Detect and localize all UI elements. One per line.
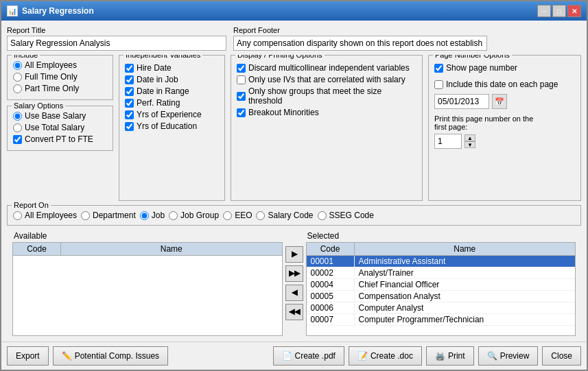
convert-pt-fte[interactable]: Convert PT to FTE xyxy=(13,134,107,144)
hire-date-check[interactable]: Hire Date xyxy=(125,63,219,73)
export-label: Export xyxy=(16,351,40,361)
selected-row[interactable]: 00001 Administrative Assistant xyxy=(307,256,576,267)
use-total-salary[interactable]: Use Total Salary xyxy=(13,123,107,132)
move-right-all-button[interactable]: ▶▶ xyxy=(285,265,303,282)
close-button[interactable]: Close xyxy=(542,346,581,366)
print-label: Print xyxy=(448,351,465,361)
include-full-time[interactable]: Full Time Only xyxy=(13,72,107,82)
date-in-job-check[interactable]: Date in Job xyxy=(125,75,219,84)
print-page-label: Print this page number on the first page… xyxy=(434,115,575,131)
page-number-spin: ▲ ▼ xyxy=(434,134,575,149)
potential-comp-button[interactable]: ✏️ Potential Comp. Issues xyxy=(53,346,168,366)
perf-rating-check[interactable]: Perf. Rating xyxy=(125,98,219,108)
window-controls: ─ □ ✕ xyxy=(537,5,581,17)
report-on-salary-code[interactable]: Salary Code xyxy=(256,211,313,220)
date-input[interactable] xyxy=(434,94,489,109)
spin-up-button[interactable]: ▲ xyxy=(464,134,475,141)
indep-vars-box: Independent Variables Hire Date Date in … xyxy=(119,55,225,201)
report-on-job-group[interactable]: Job Group xyxy=(169,211,219,220)
page-number-box: Page Number Options Show page number Inc… xyxy=(428,55,581,201)
indep-vars-label: Independent Variables xyxy=(124,55,202,59)
app-icon: 📊 xyxy=(7,5,18,16)
salary-options-group: Salary Options Use Base Salary Use Total… xyxy=(7,106,113,151)
page-number-input[interactable] xyxy=(434,134,462,149)
selected-row[interactable]: 00004 Chief Financial Officer xyxy=(307,279,576,291)
pencil-icon: ✏️ xyxy=(62,351,72,361)
selected-row[interactable]: 00007 Computer Programmer/Technician xyxy=(307,314,576,326)
available-code-header: Code xyxy=(13,243,61,255)
page-number-label: Page Number Options xyxy=(433,55,512,59)
create-pdf-button[interactable]: 📄 Create .pdf xyxy=(273,346,344,366)
only-size-threshold-check[interactable]: Only show groups that meet the size thre… xyxy=(237,86,416,106)
selected-label: Selected xyxy=(306,230,576,242)
left-column: Include All Employees Full Time Only Par… xyxy=(7,55,113,201)
include-date-check[interactable]: Include this date on each page xyxy=(434,80,575,89)
breakout-minorities-check[interactable]: Breakout Minorities xyxy=(237,108,416,117)
display-options-box: Display / Printing Options Discard multi… xyxy=(231,55,423,201)
only-correlated-check[interactable]: Only use IVs that are correlated with sa… xyxy=(237,75,416,84)
date-row: 📅 xyxy=(434,94,575,109)
report-title-group: Report Title xyxy=(7,26,226,51)
selected-section: Selected Code Name 00001 Administrative … xyxy=(306,230,576,336)
report-title-input[interactable] xyxy=(7,36,226,51)
potential-comp-label: Potential Comp. Issues xyxy=(75,351,159,361)
available-label: Available xyxy=(12,230,283,242)
available-header: Code Name xyxy=(13,243,282,256)
export-button[interactable]: Export xyxy=(7,346,49,366)
report-on-eeo[interactable]: EEO xyxy=(223,211,252,220)
create-doc-label: Create .doc xyxy=(371,351,413,361)
print-icon: 🖨️ xyxy=(435,351,445,361)
selected-table: Code Name 00001 Administrative Assistant… xyxy=(306,242,576,336)
pdf-icon: 📄 xyxy=(282,351,292,361)
report-footer-group: Report Footer xyxy=(233,26,487,51)
available-name-header: Name xyxy=(61,243,282,255)
yrs-experience-check[interactable]: Yrs of Experience xyxy=(125,110,219,119)
minimize-button[interactable]: ─ xyxy=(537,5,551,17)
display-options-group: Display / Printing Options Discard multi… xyxy=(231,55,423,201)
create-doc-button[interactable]: 📝 Create .doc xyxy=(349,346,422,366)
selected-body[interactable]: 00001 Administrative Assistant 00002 Ana… xyxy=(307,256,576,335)
include-all-employees[interactable]: All Employees xyxy=(13,60,107,70)
main-section: Include All Employees Full Time Only Par… xyxy=(7,55,581,201)
selected-row[interactable]: 00002 Analyst/Trainer xyxy=(307,267,576,279)
independent-variables-group: Independent Variables Hire Date Date in … xyxy=(119,55,225,201)
available-body[interactable] xyxy=(13,256,282,335)
selected-name-header: Name xyxy=(355,243,576,255)
discard-multicollinear-check[interactable]: Discard multicollinear independent varia… xyxy=(237,63,416,73)
selected-row[interactable]: 00005 Compensation Analyst xyxy=(307,291,576,302)
maximize-button[interactable]: □ xyxy=(552,5,566,17)
content-area: Report Title Report Footer Include All E… xyxy=(1,21,587,342)
date-in-range-check[interactable]: Date in Range xyxy=(125,86,219,96)
report-footer-input[interactable] xyxy=(233,36,487,51)
yrs-education-check[interactable]: Yrs of Education xyxy=(125,121,219,131)
page-number-options-group: Page Number Options Show page number Inc… xyxy=(428,55,581,201)
include-part-time[interactable]: Part Time Only xyxy=(13,84,107,93)
spin-down-button[interactable]: ▼ xyxy=(464,141,475,148)
show-page-number-check[interactable]: Show page number xyxy=(434,63,575,73)
include-label: Include xyxy=(12,55,40,59)
move-left-all-button[interactable]: ◀◀ xyxy=(285,304,303,320)
include-group: Include All Employees Full Time Only Par… xyxy=(7,55,113,100)
close-window-button[interactable]: ✕ xyxy=(567,5,581,17)
bottom-lists: Available Code Name ▶ ▶▶ ◀ ◀◀ xyxy=(7,230,581,336)
report-on-group: Report On All Employees Department Job J… xyxy=(7,205,581,226)
report-on-sseg-code[interactable]: SSEG Code xyxy=(318,211,374,220)
create-pdf-label: Create .pdf xyxy=(295,351,336,361)
move-right-button[interactable]: ▶ xyxy=(285,246,303,263)
preview-icon: 🔍 xyxy=(487,351,497,361)
print-button[interactable]: 🖨️ Print xyxy=(426,346,474,366)
main-window: 📊 Salary Regression ─ □ ✕ Report Title R… xyxy=(0,0,588,371)
calendar-button[interactable]: 📅 xyxy=(492,94,507,109)
use-base-salary[interactable]: Use Base Salary xyxy=(13,111,107,121)
preview-button[interactable]: 🔍 Preview xyxy=(478,346,539,366)
report-title-label: Report Title xyxy=(7,26,226,34)
report-on-all-employees[interactable]: All Employees xyxy=(13,211,77,220)
report-on-department[interactable]: Department xyxy=(81,211,136,220)
move-left-button[interactable]: ◀ xyxy=(285,285,303,301)
page-number-inner: Show page number Include this date on ea… xyxy=(434,61,575,149)
report-on-job[interactable]: Job xyxy=(140,211,165,220)
close-label: Close xyxy=(551,351,572,361)
selected-row[interactable]: 00006 Computer Analyst xyxy=(307,302,576,314)
salary-options-label: Salary Options xyxy=(12,101,65,110)
spin-buttons: ▲ ▼ xyxy=(464,134,475,148)
